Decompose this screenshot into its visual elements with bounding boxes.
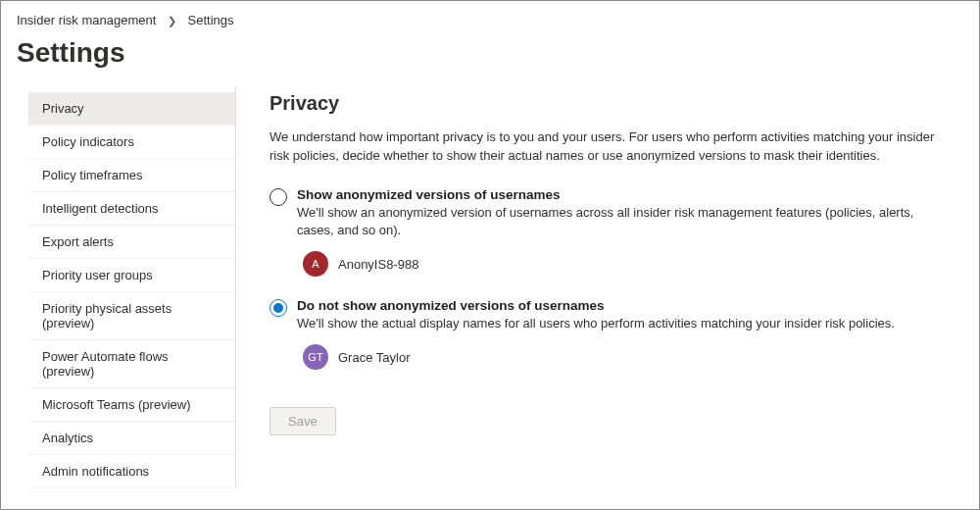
sidebar-item-admin-notifications[interactable]: Admin notifications bbox=[28, 455, 235, 488]
sidebar-item-priority-user-groups[interactable]: Priority user groups bbox=[28, 259, 235, 292]
sidebar-item-analytics[interactable]: Analytics bbox=[28, 422, 235, 455]
page-title: Settings bbox=[1, 31, 979, 86]
main-content: Privacy We understand how important priv… bbox=[236, 86, 952, 488]
radio-anonymized[interactable] bbox=[270, 188, 287, 206]
breadcrumb-root[interactable]: Insider risk management bbox=[17, 13, 156, 27]
avatar: GT bbox=[303, 344, 328, 370]
sidebar-item-export-alerts[interactable]: Export alerts bbox=[28, 226, 235, 259]
option-desc: We'll show the actual display names for … bbox=[297, 315, 952, 332]
avatar-example: A AnonyIS8-988 bbox=[303, 251, 952, 277]
settings-sidebar: Privacy Policy indicators Policy timefra… bbox=[28, 86, 236, 488]
avatar: A bbox=[303, 251, 328, 277]
sidebar-item-policy-indicators[interactable]: Policy indicators bbox=[28, 126, 235, 159]
chevron-right-icon: ❯ bbox=[168, 15, 176, 26]
sidebar-item-privacy[interactable]: Privacy bbox=[28, 92, 235, 126]
avatar-name: Grace Taylor bbox=[338, 350, 410, 365]
breadcrumb: Insider risk management ❯ Settings bbox=[1, 1, 979, 31]
save-button[interactable]: Save bbox=[270, 407, 336, 435]
sidebar-item-priority-physical-assets[interactable]: Priority physical assets (preview) bbox=[28, 292, 235, 340]
sidebar-item-policy-timeframes[interactable]: Policy timeframes bbox=[28, 159, 235, 192]
avatar-name: AnonyIS8-988 bbox=[338, 257, 418, 272]
option-title: Show anonymized versions of usernames bbox=[297, 187, 952, 202]
breadcrumb-current: Settings bbox=[188, 13, 234, 27]
section-intro: We understand how important privacy is t… bbox=[270, 128, 952, 166]
option-desc: We'll show an anonymized version of user… bbox=[297, 204, 952, 239]
sidebar-item-power-automate-flows[interactable]: Power Automate flows (preview) bbox=[28, 340, 235, 388]
avatar-example: GT Grace Taylor bbox=[303, 344, 952, 370]
section-title: Privacy bbox=[270, 92, 952, 115]
sidebar-item-microsoft-teams[interactable]: Microsoft Teams (preview) bbox=[28, 388, 235, 422]
radio-actual-names[interactable] bbox=[270, 299, 287, 317]
option-anonymized[interactable]: Show anonymized versions of usernames We… bbox=[270, 187, 952, 277]
option-title: Do not show anonymized versions of usern… bbox=[297, 298, 952, 313]
option-actual-names[interactable]: Do not show anonymized versions of usern… bbox=[270, 298, 952, 370]
sidebar-item-intelligent-detections[interactable]: Intelligent detections bbox=[28, 192, 235, 226]
